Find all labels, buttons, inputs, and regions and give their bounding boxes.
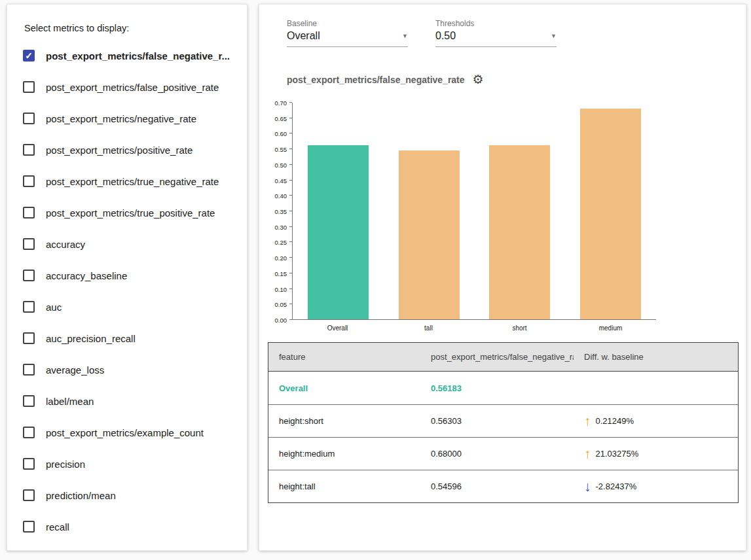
metric-item[interactable]: prediction/mean	[23, 480, 231, 511]
bar-medium[interactable]	[580, 109, 641, 319]
metric-item[interactable]: auc_precision_recall	[23, 323, 231, 354]
thresholds-select-value[interactable]: 0.50 ▼	[435, 30, 557, 47]
chart-header: post_export_metrics/false_negative_rate …	[268, 73, 737, 86]
bar-tall[interactable]	[399, 150, 460, 319]
y-tick-label: 0.70	[275, 99, 287, 107]
thresholds-select-label: Thresholds	[435, 19, 557, 28]
bar-short[interactable]	[489, 145, 550, 319]
table-header-row: feature post_export_metrics/false_negati…	[268, 343, 738, 372]
y-tick-mark	[289, 164, 292, 165]
metric-label: average_loss	[46, 364, 104, 376]
checkbox-unchecked-icon[interactable]	[23, 489, 35, 501]
metric-value-cell: 0.54596	[420, 481, 574, 491]
metrics-table: feature post_export_metrics/false_negati…	[268, 342, 739, 503]
table-header-feature: feature	[268, 352, 420, 362]
metric-label: recall	[46, 521, 69, 533]
x-tick-label: Overall	[292, 324, 383, 332]
arrow-up-icon: ↑	[584, 447, 591, 461]
bar-chart: 0.000.050.100.150.200.250.300.350.400.45…	[268, 103, 737, 332]
metric-item[interactable]: average_loss	[23, 354, 231, 385]
checkbox-unchecked-icon[interactable]	[23, 270, 35, 281]
table-header-diff: Diff. w. baseline	[574, 352, 738, 362]
table-row[interactable]: height:tall0.54596↓-2.82437%	[268, 470, 738, 502]
y-tick-label: 0.20	[275, 254, 287, 262]
bar-Overall[interactable]	[308, 145, 369, 319]
checkbox-unchecked-icon[interactable]	[23, 301, 35, 313]
metric-item[interactable]: accuracy	[23, 228, 231, 260]
metric-item[interactable]: post_export_metrics/true_negative_rate	[23, 166, 231, 197]
y-tick-mark	[289, 319, 292, 320]
baseline-selected-option: Overall	[287, 30, 320, 42]
metric-item[interactable]: label/mean	[23, 385, 231, 417]
table-row[interactable]: height:short0.56303↑0.21249%	[268, 404, 738, 437]
table-body: Overall0.56183height:short0.56303↑0.2124…	[268, 372, 738, 502]
metric-item[interactable]: post_export_metrics/true_positive_rate	[23, 197, 231, 228]
gear-icon[interactable]: ⚙	[473, 73, 484, 86]
feature-cell: Overall	[268, 383, 420, 393]
diff-text: -2.82437%	[596, 481, 637, 491]
table-row[interactable]: Overall0.56183	[268, 372, 738, 404]
bar-slot	[293, 103, 384, 319]
metric-item[interactable]: ✓post_export_metrics/false_negative_r...	[23, 40, 231, 71]
y-tick-label: 0.65	[275, 114, 287, 122]
x-tick-label: medium	[565, 324, 656, 332]
metric-label: accuracy_baseline	[46, 270, 127, 281]
metric-item[interactable]: post_export_metrics/example_count	[23, 417, 231, 448]
baseline-select-value[interactable]: Overall ▼	[287, 30, 408, 47]
metric-item[interactable]: post_export_metrics/negative_rate	[23, 103, 231, 134]
metric-label: post_export_metrics/positive_rate	[46, 145, 192, 156]
metric-label: post_export_metrics/example_count	[46, 427, 204, 438]
checkbox-unchecked-icon[interactable]	[23, 364, 35, 376]
checkbox-unchecked-icon[interactable]	[23, 238, 35, 250]
chevron-down-icon: ▼	[551, 33, 557, 39]
metric-item[interactable]: accuracy_baseline	[23, 260, 231, 291]
arrow-down-icon: ↓	[584, 480, 591, 493]
checkbox-unchecked-icon[interactable]	[23, 427, 35, 438]
checkbox-unchecked-icon[interactable]	[23, 458, 35, 470]
checkbox-unchecked-icon[interactable]	[23, 207, 35, 219]
metric-item[interactable]: precision	[23, 448, 231, 480]
checkbox-unchecked-icon[interactable]	[23, 395, 35, 407]
metric-label: auc	[46, 302, 62, 313]
metric-label: post_export_metrics/true_negative_rate	[46, 176, 219, 187]
diff-text: 21.03275%	[596, 449, 639, 459]
metrics-panel-title: Select metrics to display:	[24, 23, 231, 33]
metric-item[interactable]: post_export_metrics/positive_rate	[23, 134, 231, 166]
metrics-panel: Select metrics to display: ✓post_export_…	[7, 4, 247, 551]
chevron-down-icon: ▼	[402, 33, 408, 39]
y-tick-mark	[289, 241, 292, 242]
table-header-metric: post_export_metrics/false_negative_rat..…	[420, 352, 574, 362]
bar-slot	[565, 103, 656, 319]
metric-value-cell: 0.56303	[420, 416, 574, 426]
thresholds-select[interactable]: Thresholds 0.50 ▼	[435, 19, 557, 47]
metric-item[interactable]: post_export_metrics/false_positive_rate	[23, 71, 231, 103]
y-tick-label: 0.35	[275, 208, 287, 215]
y-tick-mark	[289, 257, 292, 258]
bar-slot	[475, 103, 566, 319]
table-row[interactable]: height:medium0.68000↑21.03275%	[268, 437, 738, 470]
metric-label: post_export_metrics/false_positive_rate	[46, 82, 219, 93]
feature-cell: height:tall	[268, 481, 420, 491]
y-tick-mark	[289, 273, 292, 273]
checkbox-unchecked-icon[interactable]	[23, 144, 35, 156]
checkbox-unchecked-icon[interactable]	[23, 332, 35, 344]
y-tick-label: 0.55	[275, 146, 287, 153]
metrics-list: ✓post_export_metrics/false_negative_r...…	[23, 40, 231, 542]
y-tick-mark	[289, 180, 292, 181]
y-tick-mark	[289, 289, 292, 289]
y-tick-mark	[289, 304, 292, 304]
y-tick-mark	[289, 102, 292, 103]
y-tick-label: 0.10	[275, 285, 287, 292]
metric-item[interactable]: auc	[23, 291, 231, 323]
y-tick-label: 0.05	[275, 301, 287, 308]
checkbox-unchecked-icon[interactable]	[23, 113, 35, 124]
y-tick-mark	[289, 133, 292, 133]
checkbox-unchecked-icon[interactable]	[23, 175, 35, 187]
checkbox-checked-icon[interactable]: ✓	[23, 50, 35, 61]
checkbox-unchecked-icon[interactable]	[23, 81, 35, 93]
x-axis: Overalltallshortmedium	[292, 324, 656, 332]
baseline-select[interactable]: Baseline Overall ▼	[287, 19, 408, 47]
checkbox-unchecked-icon[interactable]	[23, 521, 35, 533]
metric-label: precision	[46, 459, 85, 470]
metric-item[interactable]: recall	[23, 511, 231, 542]
